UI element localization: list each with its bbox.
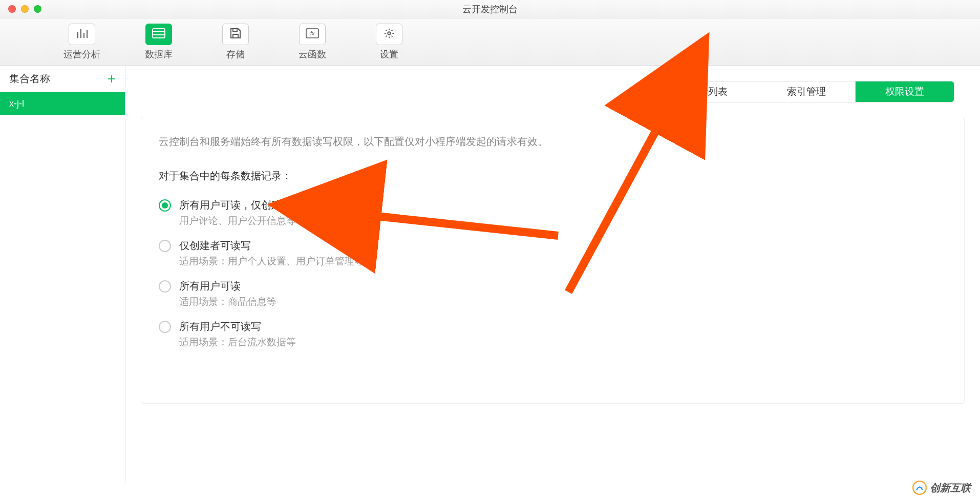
- tab-label: 记录列表: [689, 85, 728, 98]
- option-title: 所有用户可读: [179, 279, 276, 293]
- panel-description: 云控制台和服务端始终有所有数据读写权限，以下配置仅对小程序端发起的请求有效。: [159, 135, 947, 149]
- watermark: 创新互联: [912, 481, 971, 495]
- save-icon: [230, 28, 241, 41]
- toolbar-functions[interactable]: fx 云函数: [292, 24, 333, 60]
- permission-option[interactable]: 所有用户可读 适用场景：商品信息等: [159, 279, 947, 308]
- content-area: 记录列表 索引管理 权限设置 云控制台和服务端始终有所有数据读写权限，以下配置仅…: [125, 66, 980, 483]
- watermark-icon: [912, 481, 927, 495]
- svg-point-6: [913, 481, 926, 494]
- permission-options: 所有用户可读，仅创建者可读写 用户评论、用户公开信息等 仅创建者可读写 适用场景…: [159, 198, 947, 349]
- svg-text:fx: fx: [310, 31, 315, 36]
- toolbar-storage[interactable]: 存储: [215, 24, 256, 60]
- option-sub: 适用场景：用户个人设置、用户订单管理等: [179, 255, 364, 268]
- option-title: 所有用户不可读写: [179, 320, 296, 334]
- toolbar-database[interactable]: 数据库: [138, 24, 179, 60]
- window-title: 云开发控制台: [462, 3, 518, 15]
- toolbar-label: 设置: [380, 48, 398, 60]
- sidebar-header: 集合名称 +: [0, 66, 125, 92]
- toolbar-label: 云函数: [299, 48, 326, 60]
- zoom-window-button[interactable]: [34, 5, 41, 13]
- radio-icon: [159, 321, 171, 333]
- permission-option[interactable]: 所有用户不可读写 适用场景：后台流水数据等: [159, 320, 947, 349]
- fx-icon: fx: [306, 28, 319, 40]
- add-collection-button[interactable]: +: [108, 72, 116, 86]
- window-titlebar: 云开发控制台: [0, 0, 980, 18]
- permission-option[interactable]: 仅创建者可读写 适用场景：用户个人设置、用户订单管理等: [159, 239, 947, 268]
- tab-label: 权限设置: [885, 85, 924, 98]
- panel-subhead: 对于集合中的每条数据记录：: [159, 169, 947, 183]
- radio-icon: [159, 240, 171, 252]
- radio-icon: [159, 280, 171, 293]
- sidebar-item-label: x-j-l: [9, 98, 24, 109]
- main-area: 集合名称 + x-j-l 记录列表 索引管理 权限设置 云控制台和服务端始终有所…: [0, 66, 980, 483]
- option-sub: 用户评论、用户公开信息等: [179, 214, 323, 227]
- database-icon: [152, 28, 165, 40]
- collections-sidebar: 集合名称 + x-j-l: [0, 66, 125, 483]
- watermark-text: 创新互联: [930, 481, 971, 495]
- radio-icon: [159, 199, 171, 212]
- toolbar-label: 数据库: [145, 48, 173, 60]
- tab-records[interactable]: 记录列表: [659, 81, 757, 102]
- option-title: 所有用户可读，仅创建者可读写: [179, 198, 323, 212]
- svg-point-5: [388, 32, 391, 35]
- svg-rect-0: [153, 29, 165, 38]
- main-toolbar: 运营分析 数据库 存储 fx 云函数 设置: [0, 18, 980, 66]
- option-sub: 适用场景：后台流水数据等: [179, 336, 296, 349]
- permissions-panel: 云控制台和服务端始终有所有数据读写权限，以下配置仅对小程序端发起的请求有效。 对…: [141, 117, 965, 404]
- toolbar-label: 运营分析: [63, 48, 100, 60]
- tab-label: 索引管理: [787, 85, 826, 98]
- toolbar-label: 存储: [226, 48, 245, 60]
- toolbar-settings[interactable]: 设置: [369, 24, 410, 60]
- minimize-window-button[interactable]: [21, 5, 29, 13]
- toolbar-analytics[interactable]: 运营分析: [61, 24, 102, 60]
- sidebar-title: 集合名称: [9, 72, 50, 86]
- tabs-row: 记录列表 索引管理 权限设置: [141, 81, 954, 102]
- window-controls: [8, 5, 41, 13]
- option-sub: 适用场景：商品信息等: [179, 295, 276, 308]
- permission-option[interactable]: 所有用户可读，仅创建者可读写 用户评论、用户公开信息等: [159, 198, 947, 227]
- tab-indexes[interactable]: 索引管理: [757, 81, 856, 102]
- tab-group: 记录列表 索引管理 权限设置: [658, 81, 954, 102]
- bars-icon: [76, 29, 88, 40]
- close-window-button[interactable]: [8, 5, 16, 13]
- option-title: 仅创建者可读写: [179, 239, 364, 253]
- gear-icon: [384, 28, 395, 41]
- sidebar-item-collection[interactable]: x-j-l: [0, 92, 125, 115]
- tab-permissions[interactable]: 权限设置: [856, 81, 954, 102]
